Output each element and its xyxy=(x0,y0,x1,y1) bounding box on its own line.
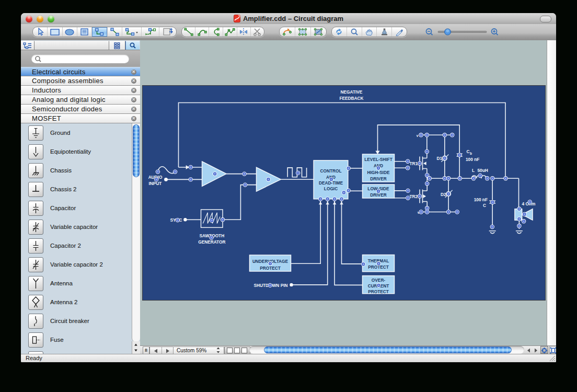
svg-text:v: v xyxy=(417,134,419,137)
svg-text:100 nF: 100 nF xyxy=(466,157,479,162)
svg-text:PROTECT: PROTECT xyxy=(368,289,389,294)
svg-text:CONTROL: CONTROL xyxy=(320,168,341,174)
svg-text:LEVEL-SHIFT: LEVEL-SHIFT xyxy=(364,157,392,162)
svg-text:C: C xyxy=(467,149,470,154)
svg-text:OVER-: OVER- xyxy=(372,278,386,283)
svg-text:C: C xyxy=(483,203,486,208)
svg-text:DRIVER: DRIVER xyxy=(370,176,386,181)
svg-text:LOGIC: LOGIC xyxy=(324,186,338,191)
svg-text:PROTECT: PROTECT xyxy=(260,266,281,271)
svg-text:D2: D2 xyxy=(441,192,446,197)
svg-text:FEEDBACK: FEEDBACK xyxy=(339,96,363,101)
svg-text:INPUT: INPUT xyxy=(149,181,162,186)
svg-text:GENERATOR: GENERATOR xyxy=(198,239,225,245)
svg-text:NEGATIVE: NEGATIVE xyxy=(341,89,363,95)
svg-text:TR2: TR2 xyxy=(410,194,418,199)
svg-text:HIGH-SIDE: HIGH-SIDE xyxy=(367,170,390,175)
svg-text:100 nF: 100 nF xyxy=(474,197,488,202)
svg-text:TR1: TR1 xyxy=(410,161,418,166)
svg-text:D1: D1 xyxy=(436,156,442,161)
svg-text:50uH: 50uH xyxy=(478,168,488,173)
svg-text:L: L xyxy=(472,168,475,173)
svg-text:b: b xyxy=(470,152,472,155)
